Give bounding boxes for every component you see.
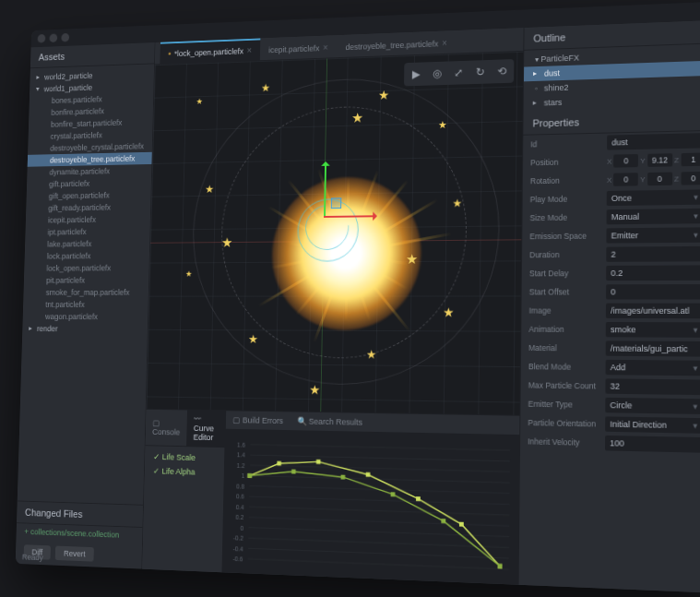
svg-text:0.2: 0.2 <box>235 514 243 520</box>
property-label: Max Particle Count <box>528 380 602 390</box>
vector-x-input[interactable] <box>613 154 638 168</box>
property-input[interactable] <box>605 436 700 453</box>
property-select[interactable]: Initial Direction <box>605 416 700 433</box>
star-icon: ★ <box>443 304 455 319</box>
svg-rect-26 <box>316 460 321 464</box>
asset-item[interactable]: lock.particlefx <box>25 249 150 262</box>
svg-line-0 <box>248 559 509 569</box>
editor-tab[interactable]: *lock_open.particlefx× <box>160 39 260 65</box>
property-input[interactable] <box>606 246 700 262</box>
gizmo-plane-icon[interactable] <box>331 198 342 209</box>
vector-x-input[interactable] <box>613 173 638 186</box>
assets-tree[interactable]: world2_particleworld1_particlebones.part… <box>18 64 154 504</box>
reset-tool-icon[interactable]: ⟲ <box>492 61 512 81</box>
view-tool-icon[interactable]: ◎ <box>427 64 447 84</box>
property-select[interactable]: Circle <box>605 398 700 414</box>
vector-y-input[interactable] <box>647 173 672 186</box>
property-select[interactable]: smoke <box>606 322 700 338</box>
property-input[interactable] <box>607 133 700 150</box>
editor-tab[interactable]: icepit.particlefx× <box>260 35 337 60</box>
property-label: Particle Orientation <box>528 418 601 429</box>
close-icon[interactable]: × <box>247 45 253 55</box>
asset-item[interactable]: ipt.particlefx <box>25 225 149 239</box>
svg-line-6 <box>249 528 510 537</box>
property-label: Emitter Type <box>528 400 602 410</box>
vector-y-input[interactable] <box>647 153 672 167</box>
scale-tool-icon[interactable]: ⤢ <box>448 63 469 83</box>
star-icon: ★ <box>260 81 269 94</box>
close-icon[interactable]: × <box>323 42 328 53</box>
curve-editor[interactable]: -0.6-0.4-0.200.20.40.60.811.21.41.6 <box>222 430 519 585</box>
svg-line-2 <box>248 548 509 558</box>
property-label: Size Mode <box>529 212 602 222</box>
asset-item[interactable]: wagon.particlefx <box>23 311 148 324</box>
property-input[interactable] <box>606 304 700 319</box>
property-input[interactable] <box>606 265 700 281</box>
editor-tab[interactable]: destroyeble_tree.particlefx× <box>337 30 457 57</box>
property-input[interactable] <box>606 340 700 356</box>
svg-text:0.6: 0.6 <box>236 493 244 499</box>
property-select[interactable]: Manual <box>607 209 700 225</box>
play-tool-icon[interactable]: ▶ <box>406 64 425 84</box>
viewport[interactable]: ★★★★★★★★★★★★★★ ▶ ◎ ⤢ ↻ ⟲ <box>147 52 524 415</box>
property-select[interactable]: Emitter <box>606 227 700 243</box>
property-label: Start Offset <box>529 287 602 296</box>
panel-tab[interactable]: ▢ Build Errors <box>226 411 291 430</box>
rotate-tool-icon[interactable]: ↻ <box>470 62 491 82</box>
window-close-icon[interactable] <box>38 34 46 42</box>
star-icon: ★ <box>366 348 377 362</box>
svg-text:-0.6: -0.6 <box>232 555 243 563</box>
property-label: Animation <box>528 325 601 335</box>
property-label: Duration <box>529 250 602 260</box>
star-icon: ★ <box>378 88 390 102</box>
svg-rect-35 <box>441 519 445 523</box>
close-icon[interactable]: × <box>442 38 447 48</box>
curve-property[interactable]: Life Alpha <box>145 463 224 480</box>
property-input[interactable] <box>606 284 700 300</box>
star-icon: ★ <box>309 383 321 398</box>
panel-tab[interactable]: 🔍 Search Results <box>290 412 370 431</box>
asset-item[interactable]: lake.particlefx <box>25 237 149 250</box>
property-label: Start Delay <box>529 269 602 278</box>
asset-item[interactable]: pit.particlefx <box>24 274 149 287</box>
property-label: Id <box>530 138 603 149</box>
tab-label: *lock_open.particlefx <box>174 46 243 57</box>
svg-text:1.4: 1.4 <box>237 451 245 458</box>
property-label: Inherit Velocity <box>528 436 601 448</box>
asset-item[interactable]: lock_open.particlefx <box>24 262 149 275</box>
window-max-icon[interactable] <box>61 33 69 42</box>
svg-text:1: 1 <box>242 472 245 479</box>
property-select[interactable]: Once <box>607 189 700 206</box>
property-input[interactable] <box>605 378 700 395</box>
asset-item[interactable]: tnt.particlefx <box>23 299 148 311</box>
panel-tab[interactable]: 〰 Curve Editor <box>186 411 225 448</box>
svg-line-8 <box>249 518 510 526</box>
vector-z-input[interactable] <box>681 152 700 166</box>
star-icon: ★ <box>248 333 258 347</box>
editor-window: Assets world2_particleworld1_particlebon… <box>16 2 700 592</box>
vector-z-input[interactable] <box>681 172 700 185</box>
svg-line-20 <box>250 455 510 461</box>
svg-text:0: 0 <box>240 524 243 531</box>
star-icon: ★ <box>351 110 363 126</box>
status-bar: Ready <box>16 550 50 566</box>
svg-rect-36 <box>498 564 503 568</box>
svg-line-10 <box>249 507 509 515</box>
tab-label: icepit.particlefx <box>268 43 319 54</box>
svg-rect-27 <box>366 472 371 477</box>
window-min-icon[interactable] <box>49 34 57 43</box>
svg-text:-0.2: -0.2 <box>233 534 243 542</box>
svg-rect-33 <box>340 475 345 480</box>
viewport-toolbar: ▶ ◎ ⤢ ↻ ⟲ <box>404 59 514 86</box>
svg-rect-34 <box>391 492 396 496</box>
panel-tab[interactable]: ▢ Console <box>146 410 187 446</box>
property-label: Rotation <box>530 175 603 185</box>
property-select[interactable]: Add <box>606 360 700 376</box>
star-icon: ★ <box>405 251 417 267</box>
property-label: Emission Space <box>529 231 602 241</box>
svg-line-22 <box>250 445 510 450</box>
folder-render[interactable]: render <box>22 323 148 336</box>
asset-item[interactable]: smoke_for_map.particlefx <box>23 286 148 298</box>
revert-button[interactable]: Revert <box>55 546 94 562</box>
star-icon: ★ <box>205 183 214 195</box>
